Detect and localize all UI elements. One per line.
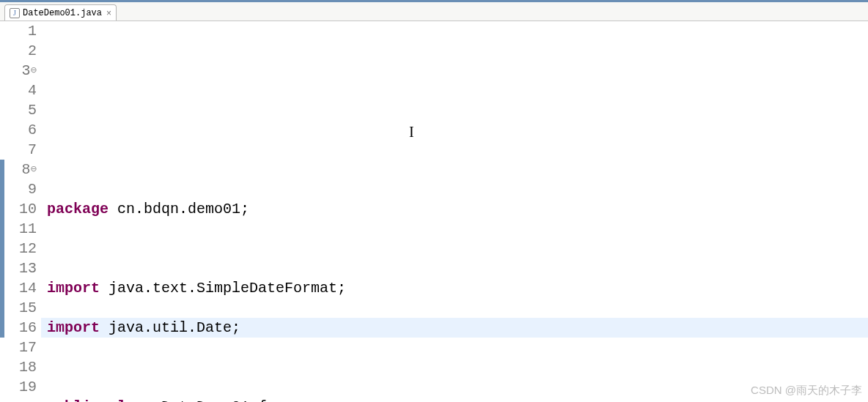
code-area[interactable]: I package cn.bdqn.demo01; import java.te… bbox=[41, 21, 868, 402]
code-line: package cn.bdqn.demo01; bbox=[47, 199, 868, 219]
change-marker bbox=[0, 160, 4, 338]
watermark-text: CSDN @雨天的木子李 bbox=[751, 384, 862, 398]
text-cursor-icon: I bbox=[409, 122, 414, 142]
fold-toggle-icon[interactable]: ⊖ bbox=[31, 64, 37, 76]
line-number-gutter: 1 2 3⊖ 4 5 6 7 8⊖ 9 10 11 12 13 14 15 16… bbox=[12, 21, 41, 402]
code-line: import java.text.SimpleDateFormat; bbox=[47, 278, 868, 298]
line-number: 7 bbox=[12, 140, 37, 160]
java-file-icon: J bbox=[10, 8, 20, 18]
line-number: 6 bbox=[12, 120, 37, 140]
line-number: 8⊖ bbox=[12, 160, 37, 179]
line-number: 10 bbox=[12, 199, 37, 219]
line-number: 11 bbox=[12, 219, 37, 239]
line-number: 13 bbox=[12, 258, 37, 278]
line-number: 5 bbox=[12, 100, 37, 120]
fold-toggle-icon[interactable]: ⊖ bbox=[31, 163, 37, 175]
line-number: 12 bbox=[12, 239, 37, 258]
code-line: import java.util.Date; bbox=[47, 318, 868, 338]
file-tab[interactable]: J DateDemo01.java × bbox=[4, 4, 117, 21]
tab-bar: J DateDemo01.java × bbox=[0, 2, 868, 21]
code-line bbox=[47, 239, 868, 258]
code-line bbox=[47, 357, 868, 377]
line-number: 15 bbox=[12, 298, 37, 318]
line-number: 9 bbox=[12, 179, 37, 199]
editor-area[interactable]: 1 2 3⊖ 4 5 6 7 8⊖ 9 10 11 12 13 14 15 16… bbox=[0, 21, 868, 402]
line-number: 1 bbox=[12, 21, 37, 41]
tab-filename: DateDemo01.java bbox=[23, 8, 102, 18]
line-number: 18 bbox=[12, 357, 37, 377]
line-number: 16 bbox=[12, 318, 37, 338]
code-line: public class DateDemo01 { bbox=[47, 397, 868, 402]
line-number: 4 bbox=[12, 81, 37, 100]
line-number: 3⊖ bbox=[12, 61, 37, 81]
close-icon[interactable]: × bbox=[106, 8, 111, 18]
line-number: 17 bbox=[12, 338, 37, 357]
line-number: 14 bbox=[12, 278, 37, 298]
editor-window: J DateDemo01.java × 1 2 3⊖ 4 5 6 7 8⊖ 9 … bbox=[0, 0, 868, 402]
line-number: 19 bbox=[12, 377, 37, 397]
line-number: 2 bbox=[12, 41, 37, 61]
